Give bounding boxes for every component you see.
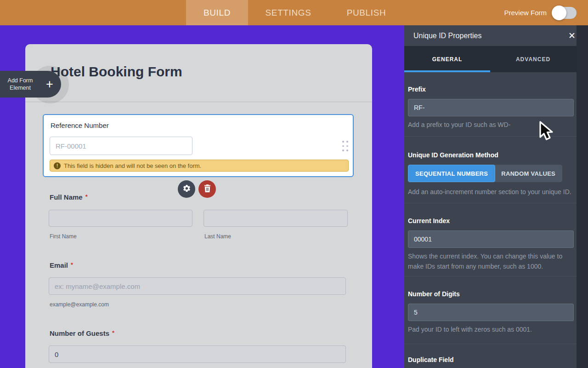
panel-body: Prefix Add a prefix to your ID such as W…	[404, 72, 577, 368]
form-card: Hotel Booking Form Reference Number ! Th…	[25, 44, 372, 368]
guests-label: Number of Guests*	[50, 329, 114, 337]
reference-number-input[interactable]	[50, 137, 192, 155]
form-header: Hotel Booking Form	[25, 44, 372, 102]
panel-header: Unique ID Properties	[404, 25, 588, 46]
current-index-label: Current Index	[408, 217, 574, 224]
generation-method-helper: Add an auto-increment number section to …	[408, 187, 574, 197]
exclamation-icon: !	[54, 162, 61, 169]
field-delete-button[interactable]	[198, 180, 216, 198]
last-name-sublabel: Last Name	[204, 233, 231, 240]
current-index-input[interactable]	[408, 230, 574, 248]
top-bar: BUILD SETTINGS PUBLISH Preview Form	[0, 0, 588, 25]
generation-method-label: Unique ID Generation Method	[408, 151, 574, 159]
tab-advanced[interactable]: ADVANCED	[490, 46, 576, 72]
last-name-input[interactable]	[204, 210, 348, 227]
duplicate-field-label: Duplicate Field	[408, 356, 574, 363]
preview-form-toggle[interactable]	[553, 7, 577, 19]
email-label: Email*	[50, 261, 73, 269]
random-values-button[interactable]: RANDOM VALUES	[494, 165, 562, 182]
reference-number-label: Reference Number	[51, 121, 109, 129]
generation-method-segmented: SEQUENTIAL NUMBERS RANDOM VALUES	[408, 165, 574, 182]
add-form-element-label: Add Form Element	[0, 77, 40, 92]
panel-title: Unique ID Properties	[413, 32, 482, 40]
trash-icon	[204, 184, 211, 194]
full-name-label: Full Name*	[50, 193, 88, 201]
number-of-digits-section: Number of Digits Pad your ID to left wit…	[404, 276, 577, 344]
current-index-helper: Shows the current index. You can change …	[408, 251, 574, 271]
duplicate-field-section: Duplicate Field	[404, 344, 577, 368]
plus-icon: +	[40, 75, 59, 93]
hidden-field-warning: ! This field is hidden and will not be s…	[50, 160, 349, 172]
tab-publish[interactable]: PUBLISH	[328, 0, 404, 25]
hidden-field-warning-text: This field is hidden and will not be see…	[64, 162, 201, 169]
panel-scrollbar[interactable]	[577, 25, 588, 368]
current-index-section: Current Index Shows the current index. Y…	[404, 203, 577, 276]
properties-panel: Unique ID Properties ✕ GENERAL ADVANCED …	[404, 25, 588, 368]
required-asterisk: *	[85, 193, 88, 200]
generation-method-section: Unique ID Generation Method SEQUENTIAL N…	[404, 137, 577, 203]
top-nav: BUILD SETTINGS PUBLISH	[186, 0, 404, 25]
number-of-digits-input[interactable]	[408, 304, 574, 321]
gear-icon	[182, 184, 191, 195]
prefix-label: Prefix	[408, 86, 574, 93]
close-icon[interactable]: ✕	[568, 30, 576, 41]
guests-input[interactable]	[49, 345, 346, 363]
preview-form-label: Preview Form	[504, 9, 547, 17]
form-title[interactable]: Hotel Booking Form	[51, 64, 182, 80]
mouse-cursor	[538, 121, 557, 144]
number-of-digits-label: Number of Digits	[408, 290, 574, 298]
required-asterisk: *	[71, 261, 73, 268]
panel-tabs: GENERAL ADVANCED	[404, 46, 588, 72]
field-settings-button[interactable]	[178, 180, 195, 198]
first-name-input[interactable]	[49, 210, 192, 227]
sequential-numbers-button[interactable]: SEQUENTIAL NUMBERS	[408, 165, 495, 182]
drag-handle-icon[interactable]	[342, 141, 348, 151]
number-of-digits-helper: Pad your ID to left with zeros such as 0…	[408, 324, 574, 334]
field-reference-number[interactable]: Reference Number ! This field is hidden …	[43, 114, 354, 177]
tab-build[interactable]: BUILD	[186, 0, 248, 25]
prefix-input[interactable]	[408, 99, 574, 116]
tab-general[interactable]: GENERAL	[404, 46, 490, 72]
first-name-sublabel: First Name	[50, 233, 77, 240]
tab-settings[interactable]: SETTINGS	[248, 0, 328, 25]
add-form-element-button[interactable]: Add Form Element +	[0, 71, 61, 98]
email-sublabel: example@example.com	[50, 301, 109, 308]
toggle-knob[interactable]	[552, 6, 566, 20]
required-asterisk: *	[112, 329, 114, 336]
email-input[interactable]	[49, 277, 346, 295]
form-canvas: Hotel Booking Form Reference Number ! Th…	[0, 25, 404, 368]
